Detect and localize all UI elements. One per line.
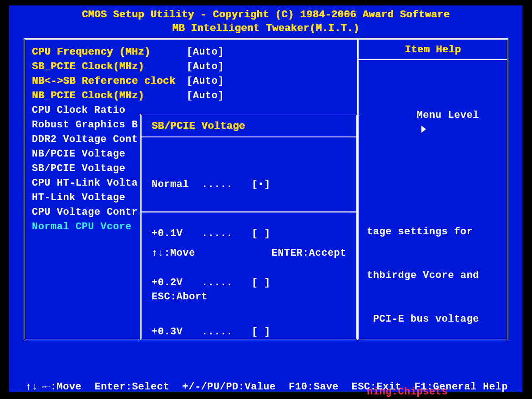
menu-level-row: Menu Level bbox=[367, 94, 499, 152]
setting-label: NB_PCIE Clock(MHz) bbox=[32, 90, 187, 101]
option-mark: [▪] bbox=[252, 177, 270, 193]
popup-hint-abort: ESC:Abort bbox=[152, 290, 208, 304]
item-help-panel: Item Help Menu Level tage settings for t… bbox=[357, 38, 508, 340]
setting-cpu-frequency[interactable]: CPU Frequency (MHz) [Auto] bbox=[32, 45, 346, 59]
popup-hint-accept: ENTER:Accept bbox=[272, 246, 346, 261]
hint-save: F10:Save bbox=[289, 379, 339, 395]
popup-option-normal[interactable]: Normal ..... [▪] bbox=[152, 177, 346, 193]
hint-exit: ESC:Exit bbox=[351, 379, 401, 395]
hint-move: ↑↓→←:Move bbox=[25, 379, 81, 395]
setting-nb-pcie-clock[interactable]: NB_PCIE Clock(MHz) [Auto] bbox=[32, 88, 346, 103]
setting-label: SB_PCIE Clock(MHz) bbox=[32, 61, 187, 72]
header-line-2: MB Intelligent Tweaker(M.I.T.) bbox=[9, 22, 522, 35]
popup-title: SB/PCIE Voltage bbox=[142, 115, 356, 137]
hint-value: +/-/PU/PD:Value bbox=[182, 379, 276, 395]
chevron-right-icon bbox=[421, 126, 426, 133]
option-dots: ..... bbox=[202, 177, 252, 193]
help-text-line: PCI-E bus voltage bbox=[367, 312, 499, 327]
key-hints-footer: ↑↓→←:Move Enter:Select +/-/PU/PD:Value F… bbox=[25, 348, 508, 399]
setting-label: NB<->SB Reference clock bbox=[32, 76, 187, 87]
item-help-title: Item Help bbox=[359, 40, 507, 60]
setting-value: [Auto] bbox=[187, 90, 224, 101]
option-label: Normal bbox=[152, 177, 202, 193]
setting-value: [Auto] bbox=[187, 76, 224, 87]
bios-header: CMOS Setup Utility - Copyright (C) 1984-… bbox=[9, 5, 522, 35]
spacer bbox=[367, 181, 499, 196]
setting-sb-pcie-clock[interactable]: SB_PCIE Clock(MHz) [Auto] bbox=[32, 59, 346, 74]
voltage-popup[interactable]: SB/PCIE Voltage Normal ..... [▪] +0.1V .… bbox=[140, 114, 358, 340]
header-line-1: CMOS Setup Utility - Copyright (C) 1984-… bbox=[9, 8, 522, 22]
hint-help: F1:General Help bbox=[414, 379, 508, 395]
popup-footer: ↑↓:Move ENTER:Accept ESC:Abort bbox=[142, 211, 356, 339]
popup-hint-move: ↑↓:Move bbox=[152, 246, 272, 261]
setting-value: [Auto] bbox=[187, 46, 224, 58]
setting-nb-sb-reference-clock[interactable]: NB<->SB Reference clock [Auto] bbox=[32, 74, 346, 88]
help-text-line: tage settings for bbox=[367, 225, 499, 239]
help-text-line: thbirdge Vcore and bbox=[367, 268, 499, 283]
hint-select: Enter:Select bbox=[95, 379, 169, 395]
menu-level-label: Menu Level bbox=[417, 110, 479, 121]
setting-label: CPU Frequency (MHz) bbox=[32, 46, 187, 58]
setting-value: [Auto] bbox=[187, 61, 224, 72]
bios-screen: CMOS Setup Utility - Copyright (C) 1984-… bbox=[9, 5, 522, 392]
footer-row-1: ↑↓→←:Move Enter:Select +/-/PU/PD:Value F… bbox=[25, 379, 508, 395]
